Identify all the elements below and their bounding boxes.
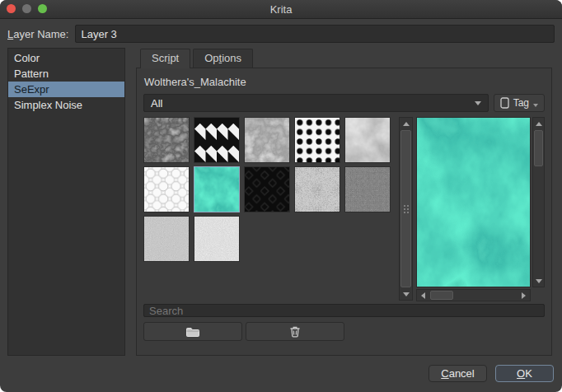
trash-icon	[289, 325, 301, 338]
ok-button[interactable]: OK	[495, 365, 554, 382]
scroll-left-button[interactable]	[417, 290, 429, 301]
tag-button[interactable]: Tag	[494, 94, 545, 112]
scroll-down-button[interactable]	[400, 288, 412, 300]
dialog-button-bar: Cancel OK	[0, 356, 562, 382]
import-resource-button[interactable]	[143, 322, 242, 341]
preview-horizontal-scrollbar[interactable]	[416, 289, 531, 301]
arrow-down-icon	[536, 279, 542, 287]
swatch-pattern-lace-white[interactable]	[143, 166, 190, 212]
search-row	[143, 304, 545, 317]
tag-menu-arrow-icon	[533, 104, 538, 110]
krita-dialog-window: Krita Layer Name: ColorPatternSeExprSimp…	[0, 0, 562, 392]
grid-vertical-scrollbar[interactable]	[399, 117, 413, 301]
search-input[interactable]	[143, 304, 545, 317]
scroll-up-button[interactable]	[400, 118, 412, 129]
scrollbar-thumb[interactable]	[400, 130, 411, 287]
swatch-texture-speckle-dark[interactable]	[344, 166, 391, 212]
traffic-lights	[7, 4, 47, 13]
scrollbar-track[interactable]	[533, 129, 544, 275]
resource-chooser	[143, 117, 545, 301]
layer-name-label: Layer Name:	[7, 28, 68, 40]
layer-name-input[interactable]	[75, 25, 555, 43]
swatch-texture-dither-light[interactable]	[194, 216, 240, 262]
arrow-left-icon	[418, 292, 425, 299]
current-resource-label: Wolthera's_Malachite	[143, 75, 545, 94]
swatch-texture-smoke-gray[interactable]	[344, 117, 391, 163]
close-window-icon[interactable]	[7, 4, 16, 13]
swatch-texture-noise-rough[interactable]	[294, 166, 340, 212]
type-list-item-pattern[interactable]: Pattern	[8, 66, 124, 82]
pattern-swatch-grid	[143, 117, 396, 301]
tag-filter-value: All	[151, 97, 162, 110]
scroll-up-button[interactable]	[532, 118, 545, 129]
scrollbar-track[interactable]	[400, 129, 412, 288]
arrow-up-icon	[536, 119, 542, 126]
swatch-pattern-dots-bw[interactable]	[294, 117, 340, 163]
swatch-texture-malachite-green[interactable]	[194, 166, 240, 212]
swatch-pattern-maze-dark[interactable]	[244, 166, 290, 212]
swatch-pattern-triangles-bw[interactable]	[194, 117, 240, 163]
dialog-body: ColorPatternSeExprSimplex Noise ScriptOp…	[0, 48, 562, 356]
scrollbar-thumb[interactable]	[534, 130, 543, 166]
scrollbar-track[interactable]	[429, 290, 518, 301]
layer-name-row: Layer Name:	[0, 19, 562, 48]
tag-filter-combobox[interactable]: All	[143, 94, 489, 112]
tab-bar: ScriptOptions	[136, 48, 552, 68]
generator-type-list: ColorPatternSeExprSimplex Noise	[7, 48, 125, 356]
type-list-item-color[interactable]: Color	[8, 50, 124, 66]
tag-filter-row: All Tag	[143, 94, 545, 112]
swatch-texture-marble-dark[interactable]	[143, 117, 190, 163]
cancel-button[interactable]: Cancel	[429, 365, 487, 382]
scroll-down-button[interactable]	[532, 275, 545, 287]
scroll-right-button[interactable]	[518, 290, 530, 301]
arrow-right-icon	[522, 292, 529, 299]
delete-resource-button[interactable]	[246, 322, 344, 341]
type-list-item-simplex-noise[interactable]: Simplex Noise	[8, 97, 124, 113]
swatch-texture-clouds-gray[interactable]	[244, 117, 290, 163]
resource-preview-area	[416, 117, 545, 301]
tag-button-label: Tag	[513, 97, 529, 109]
scrollbar-grip-dots	[404, 205, 409, 213]
window-title: Krita	[0, 3, 562, 16]
resource-buttons-row	[143, 322, 545, 341]
arrow-up-icon	[403, 119, 410, 126]
arrow-down-icon	[403, 292, 410, 300]
tag-outline-icon	[500, 97, 509, 109]
script-tab-pane: Wolthera's_Malachite All Tag	[136, 68, 552, 356]
preview-vertical-scrollbar[interactable]	[532, 117, 545, 287]
folder-icon	[185, 326, 200, 338]
seexpr-tab-widget: ScriptOptions Wolthera's_Malachite All T…	[136, 48, 552, 356]
swatch-texture-grain-gray[interactable]	[143, 216, 190, 262]
zoom-window-icon[interactable]	[38, 4, 47, 13]
chevron-down-icon	[475, 101, 481, 109]
tab-options[interactable]: Options	[193, 49, 253, 68]
title-bar[interactable]: Krita	[0, 0, 562, 19]
type-list-item-seexpr[interactable]: SeExpr	[8, 82, 124, 97]
scrollbar-thumb[interactable]	[430, 291, 453, 300]
tab-script[interactable]: Script	[140, 49, 190, 68]
malachite-preview-image[interactable]	[416, 117, 531, 287]
minimize-window-icon	[22, 4, 31, 13]
